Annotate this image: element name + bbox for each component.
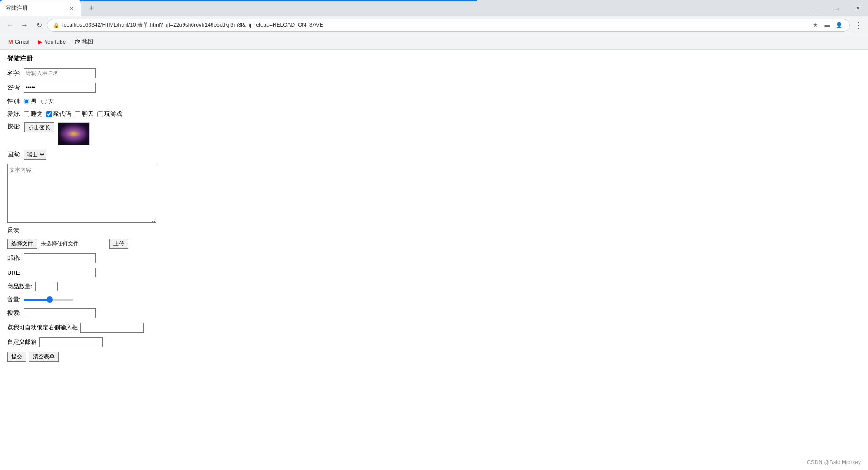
hobby-game-checkbox[interactable]: [97, 111, 103, 117]
bottom-buttons: 提交 清空表单: [7, 352, 861, 362]
gender-male-option[interactable]: 男: [24, 97, 37, 105]
back-button[interactable]: ←: [4, 19, 16, 32]
password-input[interactable]: [24, 83, 96, 93]
new-tab-button[interactable]: +: [85, 2, 98, 14]
file-status: 未选择任何文件: [41, 240, 79, 248]
name-row: 名字:: [7, 68, 861, 78]
url-input[interactable]: [24, 268, 96, 277]
hobby-row: 爱好: 睡觉 敲代码 聊天 玩游戏: [7, 110, 861, 118]
submit-button[interactable]: 提交: [7, 352, 26, 362]
lock-icon: 🔒: [53, 22, 60, 28]
textarea-container: [7, 164, 861, 224]
gender-label: 性别:: [7, 97, 21, 105]
volume-slider-container: [24, 299, 73, 301]
feedback-label: 反馈: [7, 226, 19, 234]
active-tab[interactable]: 登陆注册 ×: [0, 0, 81, 16]
hobby-game-label: 玩游戏: [104, 110, 122, 118]
maps-icon: 🗺: [75, 38, 80, 45]
custom-email-input[interactable]: [39, 337, 103, 347]
nav-bar: ← → ↻ 🔒 localhost:63342/HTML/html/10.表单.…: [0, 16, 868, 34]
bookmark-youtube[interactable]: ▶ YouTube: [35, 38, 68, 46]
tab-close-button[interactable]: ×: [67, 5, 75, 13]
gender-female-radio[interactable]: [41, 99, 47, 104]
name-input[interactable]: [24, 68, 96, 78]
hobby-chat-label: 聊天: [82, 110, 94, 118]
url-text: localhost:63342/HTML/html/10.表单.html?_ij…: [62, 21, 808, 29]
profile-icon[interactable]: 👤: [834, 20, 844, 30]
email-input[interactable]: [24, 253, 96, 263]
search-input[interactable]: [24, 308, 96, 318]
hobby-chat-checkbox[interactable]: [75, 111, 80, 117]
side-lock-row: 点我可自动锁定右侧输入框: [7, 323, 861, 333]
forward-button[interactable]: →: [18, 19, 31, 32]
url-label: URL:: [7, 269, 21, 276]
bookmark-star-icon[interactable]: ★: [811, 20, 821, 30]
tab-title: 登陆注册: [6, 5, 64, 12]
feedback-textarea[interactable]: [7, 164, 156, 223]
custom-email-label: 自定义邮箱: [7, 338, 37, 346]
gender-radio-group: 男 女: [24, 97, 54, 105]
change-size-button[interactable]: 点击变长: [24, 122, 54, 132]
gender-row: 性别: 男 女: [7, 97, 861, 105]
gender-male-radio[interactable]: [24, 99, 29, 104]
bookmark-maps[interactable]: 🗺 地图: [72, 37, 96, 47]
hobby-code[interactable]: 敲代码: [46, 110, 71, 118]
quantity-label: 商品数量:: [7, 282, 33, 291]
side-input[interactable]: [80, 323, 144, 333]
url-row: URL:: [7, 268, 861, 277]
bookmarks-bar: M Gmail ▶ YouTube 🗺 地图: [0, 34, 868, 50]
hobby-checkbox-group: 睡觉 敲代码 聊天 玩游戏: [24, 110, 122, 118]
reload-button[interactable]: ↻: [33, 19, 45, 32]
hobby-sleep-checkbox[interactable]: [24, 111, 29, 117]
choose-file-button[interactable]: 选择文件: [7, 239, 37, 249]
restore-button[interactable]: ▭: [826, 0, 847, 16]
hobby-label: 爱好:: [7, 110, 21, 118]
search-label: 搜索:: [7, 309, 21, 317]
address-bar-icons: ★ ▬ 👤: [811, 20, 844, 30]
country-label: 国家:: [7, 150, 21, 159]
bookmark-maps-label: 地图: [82, 38, 93, 46]
email-row: 邮箱:: [7, 253, 861, 263]
search-row: 搜索:: [7, 308, 861, 318]
gender-male-label: 男: [31, 97, 37, 105]
side-lock-label[interactable]: 点我可自动锁定右侧输入框: [7, 324, 78, 332]
bookmark-youtube-label: YouTube: [44, 39, 66, 45]
file-upload-row: 选择文件 未选择任何文件 上传: [7, 239, 861, 249]
quantity-input[interactable]: [35, 282, 58, 291]
hobby-sleep-label: 睡觉: [31, 110, 42, 118]
gmail-icon: M: [8, 38, 13, 45]
hobby-code-label: 敲代码: [53, 110, 71, 118]
button-image-row: 按钮: 点击变长: [7, 122, 861, 145]
button-row-label: 按钮:: [7, 122, 21, 131]
email-label: 邮箱:: [7, 254, 21, 262]
hobby-code-checkbox[interactable]: [46, 111, 52, 117]
volume-slider[interactable]: [24, 299, 73, 301]
clear-button[interactable]: 清空表单: [29, 352, 59, 362]
more-menu-button[interactable]: ⋮: [852, 19, 864, 32]
close-button[interactable]: ✕: [847, 0, 868, 16]
tab-bar: 登陆注册 × + — ▭ ✕: [0, 0, 868, 16]
browser-chrome: 登陆注册 × + — ▭ ✕ ← → ↻ 🔒 localhost:63342/H…: [0, 0, 868, 50]
upload-button[interactable]: 上传: [109, 239, 128, 249]
volume-row: 音量:: [7, 296, 861, 304]
galaxy-image: [58, 122, 90, 145]
page-title: 登陆注册: [7, 55, 861, 63]
country-select[interactable]: 瑞士 中国 美国 日本: [24, 150, 46, 160]
bookmark-gmail[interactable]: M Gmail: [5, 38, 32, 46]
youtube-icon: ▶: [38, 38, 42, 45]
page-content: 登陆注册 名字: 密码: 性别: 男 女 爱好: 睡觉: [0, 50, 868, 371]
password-row: 密码:: [7, 83, 861, 93]
hobby-chat[interactable]: 聊天: [75, 110, 94, 118]
gender-female-label: 女: [48, 97, 54, 105]
bookmark-gmail-label: Gmail: [15, 39, 29, 45]
extension-icon[interactable]: ▬: [822, 20, 832, 30]
country-row: 国家: 瑞士 中国 美国 日本: [7, 150, 861, 160]
volume-label: 音量:: [7, 296, 21, 304]
feedback-label-row: 反馈: [7, 226, 861, 234]
minimize-button[interactable]: —: [806, 0, 826, 16]
custom-email-row: 自定义邮箱: [7, 337, 861, 347]
address-bar[interactable]: 🔒 localhost:63342/HTML/html/10.表单.html?_…: [47, 19, 850, 32]
hobby-sleep[interactable]: 睡觉: [24, 110, 42, 118]
gender-female-option[interactable]: 女: [41, 97, 54, 105]
hobby-game[interactable]: 玩游戏: [97, 110, 122, 118]
